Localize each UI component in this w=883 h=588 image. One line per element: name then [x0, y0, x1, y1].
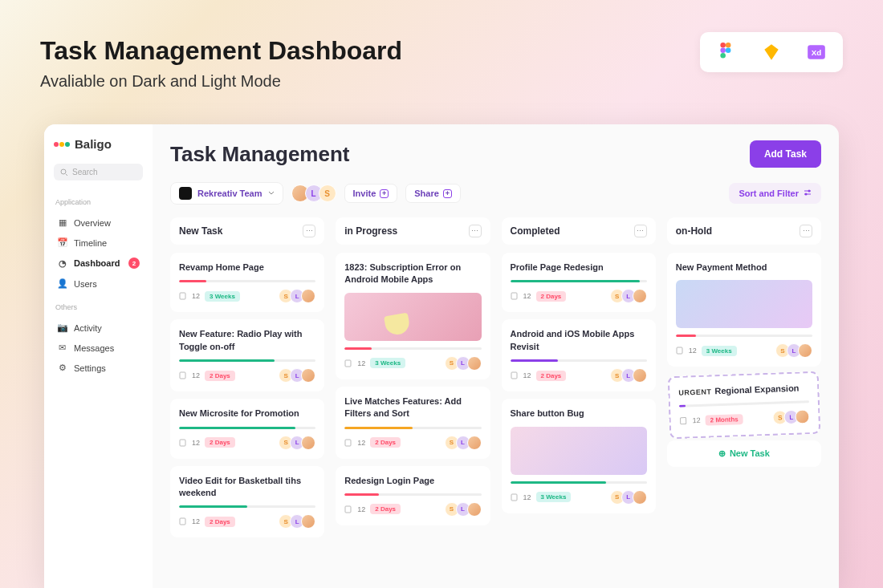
assignee-avatars[interactable]: SL [279, 514, 315, 529]
nav-icon: ✉ [57, 343, 67, 353]
task-card[interactable]: New Microsite for Promotion122 DaysSL [170, 399, 324, 458]
new-task-button[interactable]: ⊕ New Task [667, 440, 821, 467]
task-card[interactable]: URGENTRegional Expansion122 MonthsSL [667, 371, 820, 440]
search-icon [60, 168, 68, 176]
svg-point-4 [720, 53, 726, 59]
sidebar-item-users[interactable]: 👤Users [54, 274, 143, 294]
card-footer: 122 DaysSL [179, 368, 315, 383]
task-card[interactable]: Video Edit for Basketball tihs weekend12… [170, 466, 324, 538]
assignee-avatars[interactable]: SL [279, 368, 315, 383]
svg-rect-21 [511, 372, 517, 379]
progress-bar [511, 280, 647, 282]
attachment-icon [511, 292, 519, 300]
attachment-icon [344, 359, 352, 367]
duration-badge: 2 Days [205, 437, 235, 448]
card-thumbnail [676, 280, 812, 328]
progress-bar [511, 359, 647, 362]
attachment-icon [179, 371, 187, 379]
assignee-avatars[interactable]: SL [610, 368, 647, 383]
assignee-avatars[interactable]: SL [445, 356, 482, 371]
nav-icon: ▦ [57, 217, 67, 228]
card-title: Video Edit for Basketball tihs weekend [179, 475, 315, 500]
search-input[interactable]: Search [54, 164, 143, 180]
sort-filter-button[interactable]: Sort and Filter [729, 183, 821, 204]
svg-rect-17 [345, 360, 351, 367]
progress-bar [179, 505, 315, 508]
column-menu-button[interactable]: ⋯ [634, 225, 647, 237]
task-card[interactable]: New Feature: Radio Play with Toggle on-o… [170, 319, 324, 391]
task-card[interactable]: New Payment Method123 WeeksSL [667, 253, 821, 367]
team-selector[interactable]: Rekreativ Team [170, 182, 283, 205]
attachment-icon [179, 517, 187, 525]
promo-subtitle: Avaliable on Dark and Light Mode [40, 72, 843, 91]
nav-label: Timeline [74, 238, 107, 248]
card-title: Share button Bug [511, 408, 647, 420]
attachment-count: 12 [357, 359, 365, 367]
toolbar: Rekreativ Team L S Invite+ Share+ Sort a… [170, 182, 821, 205]
add-task-button[interactable]: Add Task [750, 140, 821, 168]
svg-point-11 [808, 190, 811, 193]
sidebar-item-overview[interactable]: ▦Overview [54, 213, 143, 233]
assignee-avatars[interactable]: SL [279, 436, 315, 450]
plus-icon: + [380, 189, 389, 198]
attachment-count: 12 [692, 417, 700, 425]
attachment-icon [344, 439, 352, 447]
assignee-avatars[interactable]: SL [279, 289, 315, 303]
task-card[interactable]: Live Matches Features: Add Filters and S… [336, 387, 490, 459]
task-card[interactable]: 1823: Subscription Error on Android Mobi… [336, 253, 490, 379]
nav-icon: 📷 [57, 322, 67, 333]
sidebar-item-settings[interactable]: ⚙Settings [54, 358, 143, 378]
assignee-avatars[interactable]: SL [445, 436, 482, 450]
svg-rect-13 [180, 293, 185, 299]
sidebar-item-activity[interactable]: 📷Activity [54, 318, 143, 338]
assignee-avatars[interactable]: SL [610, 289, 647, 303]
column-menu-button[interactable]: ⋯ [800, 225, 812, 237]
assignee-avatars[interactable]: SL [610, 490, 647, 505]
task-card[interactable]: Revamp Home Page123 WeeksSL [170, 253, 324, 312]
card-title: New Microsite for Promotion [179, 408, 315, 420]
card-title: New Payment Method [676, 262, 812, 274]
task-card[interactable]: Android and iOS Mobile Apps Revisit122 D… [502, 319, 656, 391]
card-title: Redesign Login Page [344, 475, 481, 487]
svg-point-7 [61, 169, 66, 174]
page-title: Task Management [170, 142, 349, 167]
sidebar-item-messages[interactable]: ✉Messages [54, 338, 143, 358]
share-button[interactable]: Share+ [405, 184, 461, 203]
invite-button[interactable]: Invite+ [344, 184, 398, 203]
nav-icon: 👤 [57, 278, 67, 289]
task-card[interactable]: Profile Page Redesign122 DaysSL [502, 253, 656, 312]
attachment-icon [679, 417, 687, 425]
attachment-icon [676, 347, 684, 355]
column-on-hold: on-Hold⋯New Payment Method123 WeeksSLURG… [667, 217, 821, 545]
nav-label: Messages [74, 343, 114, 353]
attachment-count: 12 [689, 347, 697, 355]
figma-icon [716, 42, 737, 63]
column-header: in Progress⋯ [336, 217, 490, 245]
team-avatars[interactable]: L S [291, 185, 336, 202]
card-footer: 123 WeeksSL [511, 490, 647, 505]
svg-rect-16 [180, 518, 185, 525]
task-card[interactable]: Redesign Login Page122 DaysSL [336, 466, 490, 525]
assignee-avatars[interactable]: SL [445, 502, 482, 517]
card-title: Android and iOS Mobile Apps Revisit [511, 328, 647, 353]
sketch-icon [761, 42, 782, 63]
assignee-avatars[interactable]: SL [772, 410, 810, 426]
svg-rect-18 [345, 440, 351, 446]
progress-bar [676, 335, 812, 337]
column-menu-button[interactable]: ⋯ [469, 225, 482, 237]
progress-bar [179, 427, 315, 429]
assignee-avatars[interactable]: SL [775, 343, 812, 358]
svg-rect-19 [345, 506, 351, 513]
sidebar-section-application: Application [54, 198, 143, 206]
task-card[interactable]: Share button Bug123 WeeksSL [502, 399, 656, 513]
card-title: Profile Page Redesign [511, 262, 647, 274]
attachment-count: 12 [523, 493, 531, 501]
card-title: New Feature: Radio Play with Toggle on-o… [179, 328, 315, 353]
card-footer: 122 DaysSL [344, 436, 481, 450]
svg-rect-22 [511, 494, 517, 501]
sidebar-item-dashboard[interactable]: ◔Dashboard2 [54, 253, 143, 274]
column-menu-button[interactable]: ⋯ [303, 225, 315, 237]
brand-logo[interactable]: Baligo [54, 137, 143, 151]
sidebar-item-timeline[interactable]: 📅Timeline [54, 233, 143, 253]
svg-rect-23 [677, 347, 682, 354]
